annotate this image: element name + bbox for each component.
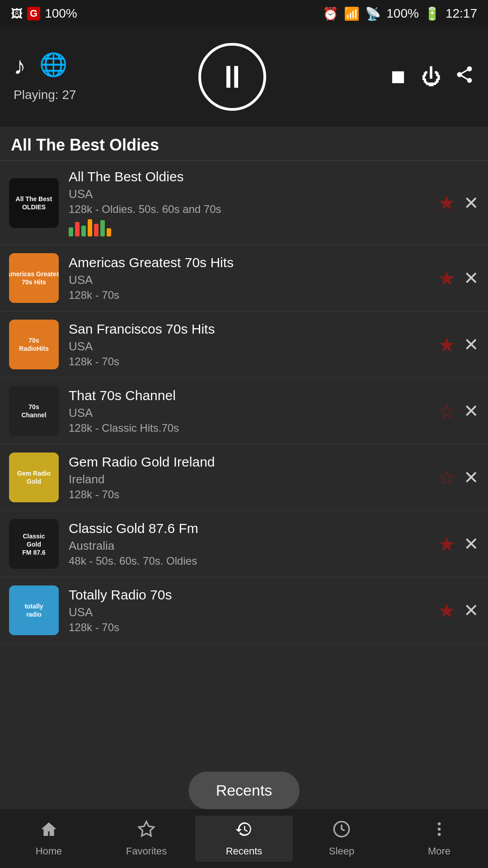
music-note-icon[interactable]: ♪ xyxy=(14,52,26,80)
app-icon: G xyxy=(27,7,40,20)
station-item[interactable]: 70sRadioHitsSan Franciscos 70s HitsUSA12… xyxy=(0,311,488,378)
svg-point-18 xyxy=(438,833,441,836)
station-actions: ★✕ xyxy=(438,333,479,356)
pause-button[interactable]: ⏸ xyxy=(198,43,266,111)
station-logo: ClassicGoldFM 87.6 xyxy=(9,519,59,569)
remove-button[interactable]: ✕ xyxy=(464,268,479,288)
signal-icon: 📡 xyxy=(365,6,381,21)
status-right: ⏰ 📶 📡 100% 🔋 12:17 xyxy=(323,6,477,21)
globe-icon[interactable]: 🌐 xyxy=(39,52,67,80)
favorite-star[interactable]: ★ xyxy=(438,267,455,290)
station-country: USA xyxy=(69,187,438,201)
station-info: Americas Greatest 70s HitsUSA128k - 70s xyxy=(69,255,438,302)
playing-label: Playing: 27 xyxy=(14,88,76,102)
station-country: USA xyxy=(69,406,438,420)
remove-button[interactable]: ✕ xyxy=(464,334,479,355)
station-actions: ★✕ xyxy=(438,191,479,214)
favorite-star[interactable]: ☆ xyxy=(438,466,455,489)
favorite-star[interactable]: ★ xyxy=(438,599,455,622)
remove-button[interactable]: ✕ xyxy=(464,600,479,621)
status-bar: 🖼 G 100% ⏰ 📶 📡 100% 🔋 12:17 xyxy=(0,0,488,27)
station-logo: 70sRadioHits xyxy=(9,320,59,369)
nav-recents-label: Recents xyxy=(226,845,263,857)
remove-button[interactable]: ✕ xyxy=(464,401,479,421)
station-item[interactable]: All The BestOLDIESAll The Best OldiesUSA… xyxy=(0,161,488,245)
favorite-star[interactable]: ★ xyxy=(438,333,455,356)
image-icon: 🖼 xyxy=(11,7,23,21)
station-bitrate: 128k - 70s xyxy=(69,289,438,302)
svg-point-16 xyxy=(438,822,441,826)
nav-more-label: More xyxy=(428,845,450,857)
station-item[interactable]: 70sChannelThat 70s ChannelUSA128k - Clas… xyxy=(0,378,488,444)
station-name: That 70s Channel xyxy=(69,388,438,403)
station-actions: ★✕ xyxy=(438,599,479,622)
station-country: Australia xyxy=(69,539,438,553)
remove-button[interactable]: ✕ xyxy=(464,467,479,488)
station-actions: ☆✕ xyxy=(438,466,479,489)
station-info: That 70s ChannelUSA128k - Classic Hits.7… xyxy=(69,388,438,434)
station-bitrate: 128k - 70s xyxy=(69,621,438,634)
nav-sleep[interactable]: Sleep xyxy=(293,816,390,862)
svg-point-17 xyxy=(438,828,441,831)
station-logo: 70sChannel xyxy=(9,386,59,436)
station-name: Gem Radio Gold Ireland xyxy=(69,454,438,470)
player-left: ♪ 🌐 Playing: 27 xyxy=(14,52,76,102)
station-info: Gem Radio Gold IrelandIreland128k - 70s xyxy=(69,454,438,501)
station-name: Totally Radio 70s xyxy=(69,587,438,603)
station-name: All The Best Oldies xyxy=(69,169,438,184)
station-country: Ireland xyxy=(69,472,438,486)
nav-sleep-label: Sleep xyxy=(329,845,354,857)
station-name: Classic Gold 87.6 Fm xyxy=(69,521,438,536)
stop-button[interactable]: ⏹ xyxy=(389,66,408,88)
alarm-icon: ⏰ xyxy=(323,6,338,21)
remove-button[interactable]: ✕ xyxy=(464,193,479,213)
nav-home[interactable]: Home xyxy=(0,816,98,862)
station-info: Totally Radio 70sUSA128k - 70s xyxy=(69,587,438,634)
pause-icon: ⏸ xyxy=(216,61,248,93)
station-item[interactable]: totallyradioTotally Radio 70sUSA128k - 7… xyxy=(0,577,488,644)
station-name: San Franciscos 70s Hits xyxy=(69,321,438,337)
station-item[interactable]: Gem RadioGoldGem Radio Gold IrelandIrela… xyxy=(0,444,488,511)
station-item[interactable]: ClassicGoldFM 87.6Classic Gold 87.6 FmAu… xyxy=(0,511,488,577)
nav-favorites[interactable]: Favorites xyxy=(98,816,195,862)
player-controls-right: ⏹ ⏻ xyxy=(389,65,474,89)
battery-percent: 100% xyxy=(386,6,419,21)
wifi-icon: 📶 xyxy=(344,6,360,21)
favorite-star[interactable]: ☆ xyxy=(438,400,455,423)
section-title: All The Best Oldies xyxy=(0,127,488,160)
station-country: USA xyxy=(69,340,438,354)
time: 12:17 xyxy=(446,6,477,21)
recents-tooltip: Recents xyxy=(189,772,300,809)
station-actions: ☆✕ xyxy=(438,400,479,423)
station-country: USA xyxy=(69,273,438,287)
notification-count: 100% xyxy=(45,6,77,21)
station-actions: ★✕ xyxy=(438,267,479,290)
station-name: Americas Greatest 70s Hits xyxy=(69,255,438,270)
nav-more[interactable]: More xyxy=(390,816,488,862)
home-icon xyxy=(40,820,58,843)
station-info: Classic Gold 87.6 FmAustralia48k - 50s. … xyxy=(69,521,438,567)
power-button[interactable]: ⏻ xyxy=(421,66,441,88)
station-bitrate: 128k - Classic Hits.70s xyxy=(69,422,438,434)
status-left: 🖼 G 100% xyxy=(11,6,77,21)
more-icon xyxy=(430,820,448,843)
favorite-star[interactable]: ★ xyxy=(438,533,455,556)
nav-home-label: Home xyxy=(36,845,62,857)
favorites-icon xyxy=(137,820,155,843)
station-logo: Gem RadioGold xyxy=(9,453,59,502)
favorite-star[interactable]: ★ xyxy=(438,191,455,214)
station-bitrate: 48k - 50s. 60s. 70s. Oldies xyxy=(69,555,438,567)
nav-recents[interactable]: Recents xyxy=(195,816,293,862)
station-actions: ★✕ xyxy=(438,533,479,556)
battery-icon: 🔋 xyxy=(424,6,440,21)
player-left-icons: ♪ 🌐 xyxy=(14,52,67,80)
remove-button[interactable]: ✕ xyxy=(464,533,479,554)
svg-marker-14 xyxy=(139,821,154,836)
share-button[interactable] xyxy=(455,65,474,89)
station-list: All The BestOLDIESAll The Best OldiesUSA… xyxy=(0,161,488,810)
station-bitrate: 128k - 70s xyxy=(69,355,438,368)
station-country: USA xyxy=(69,605,438,619)
station-bitrate: 128k - Oldies. 50s. 60s and 70s xyxy=(69,203,438,216)
station-info: San Franciscos 70s HitsUSA128k - 70s xyxy=(69,321,438,368)
station-item[interactable]: Americas Greatest70s HitsAmericas Greate… xyxy=(0,245,488,311)
